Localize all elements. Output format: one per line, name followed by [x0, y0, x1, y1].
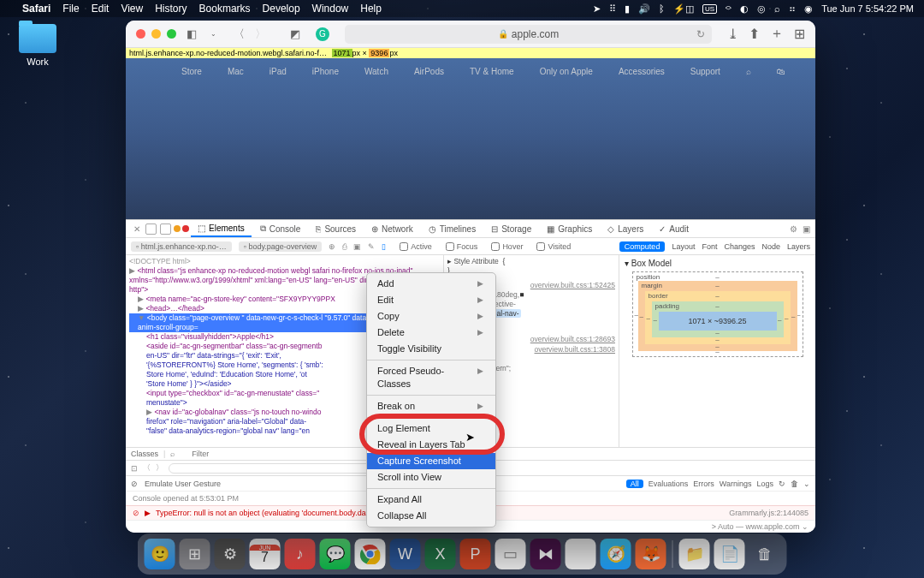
tab-storage[interactable]: ⊟Storage — [484, 220, 538, 237]
back-button[interactable]: 〈 — [230, 27, 248, 42]
nav-iphone[interactable]: iPhone — [312, 67, 339, 76]
app-menu[interactable]: Safari — [22, 3, 50, 15]
share-icon[interactable]: ⬆ — [749, 26, 760, 42]
new-tab-icon[interactable]: ＋ — [770, 25, 784, 43]
dock-powerpoint[interactable]: P — [460, 539, 491, 569]
tab-timelines[interactable]: ◷Timelines — [422, 220, 483, 237]
nav-tvhome[interactable]: TV & Home — [470, 67, 514, 76]
wifi-icon[interactable]: ⌔ — [726, 3, 732, 14]
siri-icon[interactable]: ◉ — [804, 3, 813, 15]
bluetooth-icon[interactable]: ᛒ — [659, 3, 665, 14]
visited-checkbox[interactable] — [536, 242, 545, 251]
nav-support[interactable]: Support — [690, 67, 720, 76]
ctx-log-element[interactable]: Log Element — [367, 420, 495, 437]
dock-settings[interactable]: ⚙ — [215, 539, 246, 569]
node-tab[interactable]: Node — [761, 242, 780, 251]
breadcrumb-html[interactable]: ▫ html.js.enhance-xp.no-… — [131, 241, 232, 252]
menu-window[interactable]: Window — [312, 3, 349, 15]
ctx-break-on[interactable]: Break on▶ — [367, 398, 495, 414]
focus-checkbox[interactable] — [446, 242, 454, 251]
window-close-button[interactable] — [136, 29, 145, 39]
rulers-icon[interactable]: ▯ — [382, 242, 386, 251]
dock-folder[interactable]: 📁 — [679, 539, 710, 569]
toolbar-icon[interactable]: ⊕ — [329, 242, 335, 251]
ctx-copy[interactable]: Copy▶ — [367, 308, 495, 325]
menu-bookmarks[interactable]: Bookmarks — [199, 3, 251, 15]
nav-store[interactable]: Store — [181, 67, 202, 76]
dock-slack[interactable]: ⧓ — [530, 539, 561, 569]
tab-sources[interactable]: ⎘Sources — [309, 220, 363, 237]
battery-icon[interactable]: ⚡◫ — [673, 3, 694, 15]
ctx-edit[interactable]: Edit▶ — [367, 292, 495, 308]
ctx-expand-all[interactable]: Expand All — [367, 492, 495, 508]
inspector-device-icon[interactable]: ▣ — [803, 224, 810, 234]
dock-notes[interactable]: ▭ — [495, 539, 526, 569]
error-indicator-icon[interactable] — [182, 225, 189, 232]
inspector-close-icon[interactable]: ✕ — [131, 224, 143, 234]
menu-edit[interactable]: Edit — [92, 3, 110, 15]
layers-tab[interactable]: Layers — [787, 242, 810, 251]
path-prev-icon[interactable]: 〈 — [143, 462, 151, 474]
desktop-folder-work[interactable]: Work — [17, 24, 58, 67]
nav-onlyonapple[interactable]: Only on Apple — [540, 67, 593, 76]
menu-help[interactable]: Help — [360, 3, 382, 15]
ctx-delete[interactable]: Delete▶ — [367, 325, 495, 341]
dock-music[interactable]: ♪ — [285, 539, 316, 569]
filter-errors[interactable]: Errors — [693, 480, 714, 488]
dock-finder[interactable]: 🙂 — [145, 539, 175, 569]
do-not-disturb-icon[interactable]: ◐ — [740, 3, 749, 15]
warning-indicator-icon[interactable] — [174, 225, 181, 232]
nav-ipad[interactable]: iPad — [270, 67, 287, 76]
inspector-settings-icon[interactable]: ⚙ — [790, 224, 797, 234]
search-icon[interactable]: ⌕ — [746, 67, 751, 76]
menu-view[interactable]: View — [121, 3, 143, 15]
menu-develop[interactable]: Develop — [263, 3, 300, 15]
print-icon[interactable]: ⎙ — [342, 242, 346, 251]
active-checkbox[interactable] — [400, 242, 408, 251]
nav-accessories[interactable]: Accessories — [619, 67, 665, 76]
sidebar-toggle-icon[interactable]: ◧ — [183, 27, 200, 40]
nav-mac[interactable]: Mac — [228, 67, 244, 76]
tab-layers[interactable]: ◇Layers — [601, 220, 650, 237]
dock-word[interactable]: W — [390, 539, 421, 569]
path-next-icon[interactable]: 〉 — [156, 462, 163, 474]
nav-airpods[interactable]: AirPods — [414, 67, 444, 76]
dock-chrome[interactable] — [355, 539, 386, 569]
dock-safari[interactable]: 🧭 — [601, 539, 631, 569]
filter-evaluations[interactable]: Evaluations — [649, 480, 689, 488]
node-select-icon[interactable]: ⊡ — [131, 464, 138, 473]
hover-checkbox[interactable] — [491, 242, 500, 251]
breadcrumb-body[interactable]: ▫ body.page-overview — [239, 241, 323, 252]
display-icon[interactable]: ◎ — [757, 3, 766, 15]
changes-tab[interactable]: Changes — [724, 242, 755, 251]
ctx-toggle-visibility[interactable]: Toggle Visibility — [367, 341, 495, 357]
reload-icon[interactable]: ↻ — [696, 28, 705, 40]
spotlight-icon[interactable]: ⌕ — [774, 3, 780, 14]
window-maximize-button[interactable] — [167, 29, 176, 39]
inspector-popout-icon[interactable] — [160, 223, 171, 235]
input-source-icon[interactable]: US — [702, 4, 717, 14]
menu-file[interactable]: File — [62, 3, 79, 15]
font-tab[interactable]: Font — [702, 242, 717, 251]
color-scheme-icon[interactable]: ▣ — [353, 242, 361, 251]
console-collapse-icon[interactable]: ⌄ — [803, 480, 810, 488]
bag-icon[interactable]: 🛍 — [777, 67, 785, 76]
clock[interactable]: Tue Jun 7 5:54:22 PM — [821, 3, 914, 14]
ctx-reveal-layers[interactable]: Reveal in Layers Tab — [367, 437, 495, 453]
location-icon[interactable]: ➤ — [593, 3, 601, 15]
error-source-link[interactable]: Grammarly.js:2:144085 — [729, 509, 808, 517]
dock-firefox[interactable]: 🦊 — [636, 539, 666, 569]
dock-calendar[interactable]: JUN7 — [250, 539, 281, 569]
sidebar-dropdown-icon[interactable]: ⌄ — [207, 30, 220, 38]
dock-excel[interactable]: X — [425, 539, 456, 569]
filter-all[interactable]: All — [626, 480, 643, 488]
layout-tab[interactable]: Layout — [672, 242, 695, 251]
tab-network[interactable]: ⊕Network — [364, 220, 420, 237]
dock-trash[interactable]: 🗑 — [749, 539, 780, 569]
tab-audit[interactable]: ✓Audit — [652, 220, 696, 237]
window-minimize-button[interactable] — [151, 29, 161, 39]
console-emulate-toggle[interactable]: Emulate User Gesture — [145, 480, 221, 488]
downloads-icon[interactable]: ⤓ — [727, 26, 738, 42]
privacy-shield-icon[interactable]: ◩ — [287, 27, 304, 40]
dropbox-icon[interactable]: ⠿ — [609, 3, 616, 15]
